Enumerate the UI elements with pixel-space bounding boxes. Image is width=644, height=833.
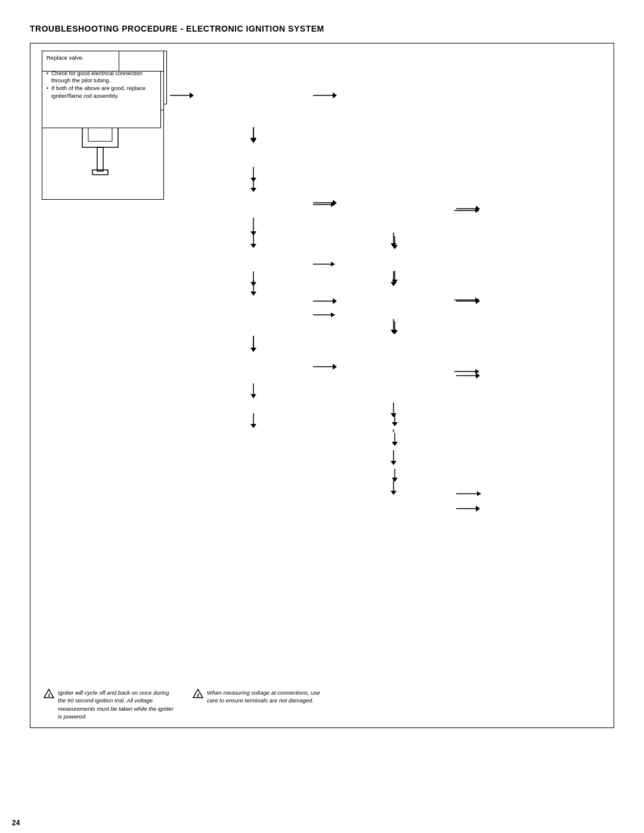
yes3-arrow bbox=[389, 236, 401, 251]
svg-marker-91 bbox=[475, 369, 479, 374]
svg-text:1: 1 bbox=[48, 692, 51, 698]
svg-rect-58 bbox=[97, 147, 103, 171]
svg-marker-34 bbox=[250, 394, 256, 398]
svg-marker-63 bbox=[250, 138, 256, 142]
footnote1: 1 Igniter will cycle off and back on onc… bbox=[44, 689, 175, 720]
no3-arrow bbox=[454, 207, 481, 214]
replace-valve3-box: Replace valve. bbox=[42, 51, 119, 72]
svg-marker-42 bbox=[476, 506, 480, 512]
svg-marker-95 bbox=[250, 348, 256, 352]
svg-marker-3 bbox=[333, 92, 337, 98]
diagram-area: Insert A End View of Control Harness Con… bbox=[42, 51, 602, 677]
right-box4-item3: If both of the above are good, replace i… bbox=[47, 85, 156, 100]
page-title: TROUBLESHOOTING PROCEDURE - ELECTRONIC I… bbox=[30, 24, 614, 33]
footnote2: 2 When measuring voltage at connections,… bbox=[193, 689, 324, 720]
svg-marker-77 bbox=[475, 208, 479, 213]
yes1-arrow bbox=[247, 127, 259, 144]
no7-arrow bbox=[313, 311, 337, 318]
down-arrow-2 bbox=[247, 177, 259, 194]
no8-arrow bbox=[456, 490, 483, 497]
svg-marker-97 bbox=[331, 312, 335, 317]
svg-rect-59 bbox=[92, 170, 108, 175]
svg-marker-93 bbox=[392, 422, 398, 426]
right-box4-item2: Check for good electrical connection thr… bbox=[47, 70, 156, 85]
svg-marker-69 bbox=[250, 244, 256, 248]
yes7-arrow bbox=[389, 413, 401, 428]
footnote2-text: When measuring voltage at connections, u… bbox=[207, 689, 324, 705]
footnote1-text: Igniter will cycle off and back on once … bbox=[58, 689, 175, 720]
yes6-arrow bbox=[389, 321, 401, 336]
yes10-arrow bbox=[389, 469, 401, 484]
svg-marker-21 bbox=[333, 298, 337, 304]
svg-marker-85 bbox=[331, 262, 335, 267]
svg-marker-44 bbox=[250, 424, 256, 428]
footnote1-icon: 1 bbox=[44, 689, 54, 700]
svg-marker-83 bbox=[250, 292, 256, 296]
yes2-arrow bbox=[247, 233, 259, 250]
main-content: Insert A End View of Control Harness Con… bbox=[30, 43, 614, 728]
svg-marker-99 bbox=[392, 442, 398, 446]
svg-marker-38 bbox=[391, 461, 397, 465]
svg-marker-65 bbox=[250, 188, 256, 192]
svg-marker-101 bbox=[392, 478, 398, 482]
svg-marker-103 bbox=[477, 491, 481, 496]
svg-marker-71 bbox=[331, 202, 335, 207]
svg-marker-36 bbox=[333, 364, 337, 370]
no5-arrow bbox=[454, 296, 481, 304]
replace-valve3-text: Replace valve. bbox=[47, 54, 114, 62]
yes5-arrow bbox=[247, 280, 259, 298]
footnote2-icon: 2 bbox=[193, 689, 203, 700]
svg-marker-79 bbox=[392, 245, 398, 249]
page-number: 24 bbox=[12, 819, 20, 827]
svg-marker-1 bbox=[190, 92, 194, 98]
no2-arrow bbox=[313, 201, 337, 208]
footnotes: 1 Igniter will cycle off and back on onc… bbox=[38, 689, 606, 720]
svg-marker-87 bbox=[475, 298, 479, 302]
yes4-arrow bbox=[389, 271, 401, 286]
svg-marker-40 bbox=[391, 491, 397, 495]
yes9-arrow bbox=[389, 433, 401, 448]
svg-marker-89 bbox=[392, 330, 398, 335]
svg-text:2: 2 bbox=[196, 692, 200, 698]
yes8-arrow bbox=[247, 336, 259, 354]
no6-arrow bbox=[454, 368, 481, 375]
no4-arrow bbox=[313, 261, 337, 268]
svg-marker-81 bbox=[392, 280, 398, 284]
